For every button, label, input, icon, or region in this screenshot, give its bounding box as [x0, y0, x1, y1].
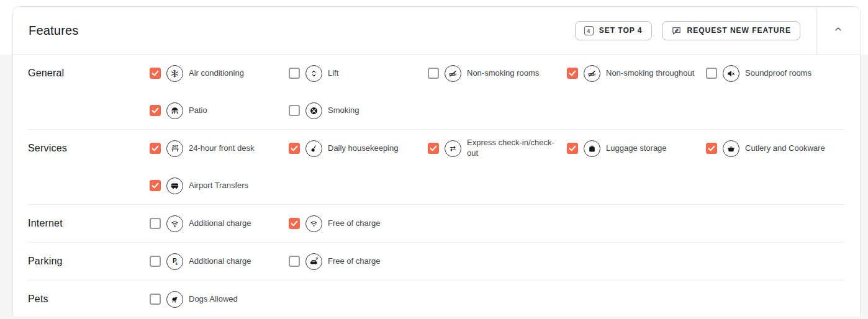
checkbox-checked[interactable] — [428, 143, 439, 154]
checkbox-unchecked[interactable] — [150, 256, 161, 267]
wifi-icon — [305, 215, 322, 232]
feature-label: Dogs Allowed — [189, 294, 238, 305]
checkbox-checked[interactable] — [567, 143, 578, 154]
feature-row: PetsDogs Allowed — [28, 281, 845, 317]
checkbox-unchecked[interactable] — [150, 294, 161, 305]
feature-label: Patio — [189, 106, 207, 116]
feature-checkbox-item[interactable]: Free of charge — [289, 205, 428, 242]
feature-label: Cutlery and Cookware — [745, 143, 825, 154]
collapse-button[interactable] — [816, 7, 860, 54]
feature-checkbox-item[interactable]: P$Additional charge — [150, 243, 289, 280]
svg-text:$: $ — [174, 223, 176, 227]
smoking-ban-icon — [305, 102, 322, 119]
section-label-spacer — [28, 92, 150, 129]
features-panel-header: Features 4 SET TOP 4 REQUEST NEW FEATURE — [13, 7, 860, 55]
feature-checkbox-item[interactable]: Air conditioning — [150, 55, 289, 92]
feature-label: Additional charge — [189, 218, 251, 229]
cookware-pot-icon — [723, 140, 739, 157]
request-new-feature-label: REQUEST NEW FEATURE — [687, 26, 791, 35]
section-label: Parking — [28, 243, 150, 280]
lift-arrows-icon — [305, 65, 322, 82]
feature-section: Services24/724-hour front deskDaily hous… — [28, 130, 845, 205]
checkbox-checked[interactable] — [150, 105, 161, 116]
feature-section: ParkingP$Additional chargePFree of charg… — [28, 243, 845, 281]
top-4-icon: 4 — [584, 26, 594, 35]
checkbox-unchecked[interactable] — [289, 256, 300, 267]
feature-section: PetsDogs Allowed — [28, 281, 845, 317]
svg-text:24/7: 24/7 — [172, 145, 178, 148]
svg-text:P: P — [315, 258, 317, 261]
feature-section: Internet$Additional chargeFree of charge — [28, 205, 845, 243]
wifi-paid-icon: $ — [166, 215, 183, 232]
section-label-spacer — [28, 167, 150, 204]
feature-label: Non-smoking rooms — [467, 68, 539, 79]
chevron-up-icon — [833, 24, 843, 37]
feature-label: Express check-in/check-out — [467, 138, 561, 159]
features-body: GeneralAir conditioningLiftNon-smoking r… — [13, 55, 860, 317]
feature-row: ParkingP$Additional chargePFree of charg… — [28, 243, 845, 280]
housekeeping-broom-icon — [305, 140, 322, 157]
snowflake-icon — [166, 65, 183, 82]
checkbox-unchecked[interactable] — [428, 68, 439, 79]
checkbox-checked[interactable] — [289, 143, 300, 154]
feature-checkbox-item[interactable]: Non-smoking rooms — [428, 55, 567, 92]
parking-car-icon: P — [305, 253, 322, 270]
svg-text:$: $ — [176, 263, 178, 266]
express-arrows-icon — [445, 140, 461, 157]
checkbox-unchecked[interactable] — [289, 68, 300, 79]
feature-checkbox-item[interactable]: Airport Transfers — [150, 167, 289, 204]
feature-label: Airport Transfers — [189, 181, 248, 191]
parking-paid-icon: P$ — [166, 253, 183, 270]
checkbox-checked[interactable] — [289, 218, 300, 229]
checkbox-checked[interactable] — [567, 68, 578, 79]
feature-row: Services24/724-hour front deskDaily hous… — [28, 130, 845, 167]
feature-checkbox-item[interactable]: Smoking — [289, 92, 428, 129]
no-smoking-icon — [445, 65, 461, 82]
checkbox-unchecked[interactable] — [706, 68, 717, 79]
checkbox-unchecked[interactable] — [289, 105, 300, 116]
feature-label: Soundproof rooms — [745, 68, 811, 79]
section-label: Pets — [28, 281, 150, 317]
patio-umbrella-icon — [166, 102, 183, 119]
feature-checkbox-item[interactable]: Cutlery and Cookware — [706, 130, 845, 167]
header-buttons: 4 SET TOP 4 REQUEST NEW FEATURE — [575, 21, 800, 40]
feature-checkbox-item[interactable]: Dogs Allowed — [150, 281, 289, 317]
checkbox-checked[interactable] — [150, 180, 161, 191]
feature-checkbox-item[interactable]: PFree of charge — [289, 243, 428, 280]
checkbox-checked[interactable] — [150, 143, 161, 154]
feature-checkbox-item[interactable]: Soundproof rooms — [706, 55, 845, 92]
feature-label: Lift — [328, 68, 338, 79]
feature-row: Airport Transfers — [28, 167, 845, 204]
speaker-mute-icon — [723, 65, 739, 82]
feature-row: Internet$Additional chargeFree of charge — [28, 205, 845, 242]
feature-label: Smoking — [328, 106, 359, 116]
no-smoking-icon — [584, 65, 600, 82]
feature-checkbox-item[interactable]: Non-smoking throughout — [567, 55, 706, 92]
feature-checkbox-item[interactable]: 24/724-hour front desk — [150, 130, 289, 167]
set-top-4-label: SET TOP 4 — [599, 26, 643, 35]
feature-label: Additional charge — [189, 256, 251, 267]
feature-checkbox-item[interactable]: Lift — [289, 55, 428, 92]
checkbox-checked[interactable] — [706, 143, 717, 154]
section-label: General — [28, 55, 150, 92]
feature-row: GeneralAir conditioningLiftNon-smoking r… — [28, 55, 845, 92]
section-label: Services — [28, 130, 150, 167]
page-title: Features — [13, 24, 79, 38]
feature-label: Daily housekeeping — [328, 143, 398, 154]
checkbox-checked[interactable] — [150, 68, 161, 79]
feature-checkbox-item[interactable]: Daily housekeeping — [289, 130, 428, 167]
feature-checkbox-item[interactable]: Patio — [150, 92, 289, 129]
feature-checkbox-item[interactable]: $Additional charge — [150, 205, 289, 242]
dog-icon — [166, 291, 183, 308]
section-label: Internet — [28, 205, 150, 242]
request-new-feature-button[interactable]: REQUEST NEW FEATURE — [662, 21, 800, 40]
shuttle-bus-icon — [166, 177, 183, 194]
feature-label: Free of charge — [328, 218, 381, 229]
feature-section: GeneralAir conditioningLiftNon-smoking r… — [28, 55, 845, 130]
set-top-4-button[interactable]: 4 SET TOP 4 — [575, 21, 652, 40]
checkbox-unchecked[interactable] — [150, 218, 161, 229]
luggage-icon — [584, 140, 600, 157]
feature-checkbox-item[interactable]: Luggage storage — [567, 130, 706, 167]
front-desk-24-7-icon: 24/7 — [166, 140, 183, 157]
feature-checkbox-item[interactable]: Express check-in/check-out — [428, 130, 567, 167]
